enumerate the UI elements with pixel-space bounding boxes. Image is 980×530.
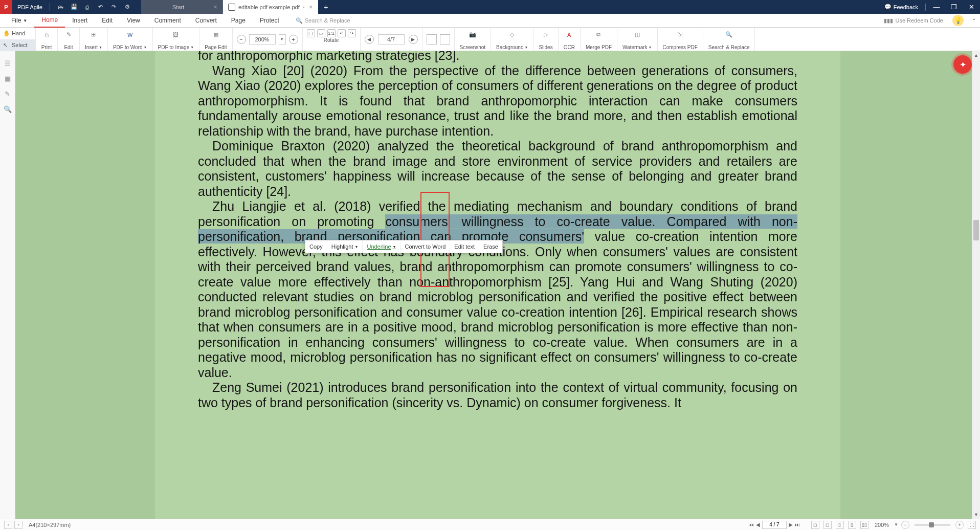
background-button[interactable]: ◇Background▼	[491, 28, 533, 51]
document-page[interactable]: for anthropomorphic marketing strategies…	[155, 51, 840, 519]
pdf-to-image-button[interactable]: 🖼PDF to Image▼	[153, 28, 200, 51]
next-page-icon[interactable]: ▶	[789, 522, 793, 527]
erase-button[interactable]: Erase	[479, 240, 502, 253]
page-indicator[interactable]: 4/7	[378, 34, 405, 45]
fit-width-icon[interactable]: ▭	[317, 29, 325, 37]
edit-text-button[interactable]: Edit text	[450, 240, 479, 253]
fit-icon[interactable]: ◻	[811, 521, 819, 529]
search-replace-button[interactable]: 🔍Search & Replace	[703, 28, 755, 51]
annotations-icon[interactable]: ✎	[3, 89, 12, 98]
copy-button[interactable]: Copy	[305, 240, 327, 253]
thumbnails-icon[interactable]: ▦	[3, 74, 12, 83]
text-line[interactable]: for anthropomorphic marketing strategies…	[198, 51, 797, 63]
print-icon[interactable]: ⎙	[83, 3, 92, 12]
prev-page-button[interactable]: ◀	[365, 35, 374, 44]
actual-size-icon[interactable]: 1:1	[327, 29, 336, 37]
paragraph[interactable]: Dominique Braxton (2020) analyzed the th…	[198, 139, 797, 199]
screenshot-button[interactable]: 📷Screenshot	[455, 28, 492, 51]
hand-tool[interactable]: ✋Hand	[0, 28, 35, 39]
menu-view[interactable]: View	[120, 14, 147, 28]
vertical-scrollbar[interactable]: ▲ ▼	[972, 51, 980, 519]
continuous-view-icon[interactable]: ▯	[848, 521, 856, 529]
minimize-button[interactable]: —	[928, 3, 945, 11]
menu-protect[interactable]: Protect	[253, 14, 286, 28]
redo-icon[interactable]: ↷	[109, 3, 119, 12]
menu-page[interactable]: Page	[224, 14, 253, 28]
merge-button[interactable]: ⧉Merge PDF	[581, 28, 617, 51]
compress-button[interactable]: ⇲Compress PDF	[658, 28, 703, 51]
open-icon[interactable]: 🗁	[56, 3, 65, 12]
last-page-icon[interactable]: ⏭	[795, 522, 800, 527]
insert-button[interactable]: ⊞Insert▼	[80, 28, 108, 51]
highlight-button[interactable]: Highlight▼	[327, 240, 363, 253]
paragraph[interactable]: Zhu Liangjie et al. (2018) verified the …	[198, 199, 797, 380]
save-icon[interactable]: 💾	[70, 3, 79, 12]
pdf-to-word-button[interactable]: WPDF to Word▼	[108, 28, 153, 51]
ocr-button[interactable]: AOCR	[559, 28, 581, 51]
print-button[interactable]: ⎙Print	[36, 28, 58, 51]
status-icon[interactable]: ▫	[14, 521, 23, 529]
close-icon[interactable]: ×	[213, 3, 217, 11]
close-icon[interactable]: ×	[309, 3, 313, 11]
menu-search[interactable]: 🔍 Search & Replace	[296, 17, 350, 24]
zoom-in-icon[interactable]: +	[955, 521, 964, 529]
edit-button[interactable]: ✎Edit	[58, 28, 80, 51]
zoom-value[interactable]: 200%	[249, 34, 276, 45]
play-icon: ▷	[540, 29, 551, 40]
rotate-right-icon[interactable]: ↷	[348, 29, 356, 37]
scrollbar-thumb[interactable]	[973, 220, 979, 240]
feedback-button[interactable]: 💬 Feedback	[879, 4, 923, 10]
single-view-icon[interactable]: ▯	[836, 521, 844, 529]
floating-action-button[interactable]: ✦	[953, 55, 972, 74]
bookmarks-icon[interactable]: ☰	[3, 58, 12, 68]
scroll-up-icon[interactable]: ▲	[972, 51, 980, 59]
search-panel-icon[interactable]: 🔍	[3, 104, 12, 114]
menu-insert[interactable]: Insert	[65, 14, 95, 28]
first-page-icon[interactable]: ⏮	[749, 522, 754, 527]
single-page-icon[interactable]	[427, 34, 437, 45]
tab-start[interactable]: Start ×	[141, 0, 223, 14]
chevron-down-icon[interactable]: ▼	[894, 522, 898, 527]
tab-document[interactable]: editable pdf example.pdf • ×	[223, 0, 318, 14]
two-page-icon[interactable]	[440, 34, 450, 45]
close-button[interactable]: ✕	[963, 3, 980, 11]
fullscreen-icon[interactable]: ⛶	[968, 521, 976, 529]
redeem-code-button[interactable]: ▮▮▮ Use Redeem Code	[879, 17, 948, 24]
slides-button[interactable]: ▷Slides	[533, 28, 558, 51]
menu-home[interactable]: Home	[34, 14, 65, 28]
watermark-button[interactable]: ◫Watermark▼	[617, 28, 657, 51]
maximize-button[interactable]: ❐	[945, 3, 963, 11]
zoom-label: 200%	[875, 522, 889, 528]
zoom-dropdown[interactable]: ▼	[279, 34, 286, 45]
menu-edit[interactable]: Edit	[95, 14, 120, 28]
menu-comment[interactable]: Comment	[147, 14, 188, 28]
select-tool[interactable]: ↖Select	[0, 39, 35, 51]
two-page-view-icon[interactable]: ▯▯	[860, 521, 868, 529]
next-page-button[interactable]: ▶	[409, 35, 418, 44]
menu-convert[interactable]: Convert	[188, 14, 224, 28]
zoom-out-icon[interactable]: −	[901, 521, 909, 529]
zoom-slider[interactable]	[915, 524, 950, 526]
page-edit-button[interactable]: ▦Page Edit	[199, 28, 232, 51]
fit-icon[interactable]: ◻	[823, 521, 832, 529]
page-input[interactable]	[762, 521, 787, 529]
zoom-out-button[interactable]: −	[237, 35, 246, 44]
prev-page-icon[interactable]: ◀	[756, 522, 760, 527]
new-tab-button[interactable]: +	[318, 0, 333, 14]
title-bar: P PDF Agile 🗁 💾 ⎙ ↶ ↷ ⚙ Start × editable…	[0, 0, 980, 14]
document-viewport[interactable]: for anthropomorphic marketing strategies…	[15, 51, 980, 519]
undo-icon[interactable]: ↶	[96, 3, 105, 12]
collapse-ribbon-icon[interactable]: ˄	[968, 18, 980, 24]
status-icon[interactable]: ▫	[4, 521, 12, 529]
menu-file[interactable]: File▼	[4, 14, 34, 28]
scroll-down-icon[interactable]: ▼	[972, 511, 980, 519]
paragraph[interactable]: Wang Xiao [20] (2020) From the perspecti…	[198, 63, 797, 139]
rotate-left-icon[interactable]: ↶	[338, 29, 346, 37]
settings-icon[interactable]: ⚙	[123, 3, 132, 12]
zoom-in-button[interactable]: +	[289, 35, 298, 44]
underline-button[interactable]: Underline▼	[363, 240, 400, 253]
fit-page-icon[interactable]: ▢	[307, 29, 315, 37]
paragraph[interactable]: Zeng Sumei (2021) introduces brand perso…	[198, 380, 797, 410]
convert-to-word-button[interactable]: Convert to Word	[400, 240, 450, 253]
user-avatar[interactable]	[952, 15, 964, 26]
